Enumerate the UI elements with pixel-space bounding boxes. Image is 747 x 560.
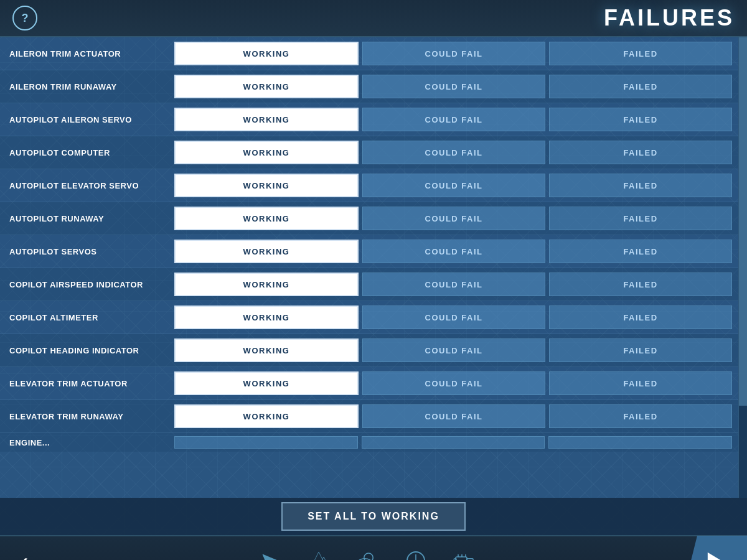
- table-row: ELEVATOR TRIM RUNAWAYWORKINGCOULD FAILFA…: [0, 400, 738, 433]
- failure-button-group: WORKINGCOULD FAILFAILED: [174, 108, 732, 131]
- failure-button-group: WORKINGCOULD FAILFAILED: [174, 207, 732, 230]
- svg-rect-10: [456, 557, 467, 560]
- failure-name: COPILOT AIRSPEED INDICATOR: [9, 280, 174, 289]
- nav-terrain-button[interactable]: [304, 546, 334, 560]
- failed-button[interactable]: FAILED: [549, 207, 732, 230]
- failure-name-partial: ENGINE...: [9, 438, 174, 447]
- could-fail-button[interactable]: COULD FAIL: [362, 240, 545, 263]
- table-row-partial: ENGINE...: [0, 433, 738, 452]
- table-row: COPILOT HEADING INDICATORWORKINGCOULD FA…: [0, 334, 738, 367]
- working-button[interactable]: WORKING: [174, 306, 359, 329]
- engine-icon: [452, 548, 477, 560]
- partial-button: [174, 436, 358, 449]
- failed-button[interactable]: FAILED: [549, 42, 732, 65]
- table-row: AUTOPILOT SERVOSWORKINGCOULD FAILFAILED: [0, 235, 738, 268]
- page-title: FAILURES: [604, 5, 735, 31]
- working-button[interactable]: WORKING: [174, 273, 359, 296]
- failure-name: COPILOT ALTIMETER: [9, 313, 174, 322]
- failure-name: AUTOPILOT RUNAWAY: [9, 214, 174, 223]
- partial-button-group: [174, 436, 732, 449]
- table-row: AILERON TRIM ACTUATORWORKINGCOULD FAILFA…: [0, 37, 738, 70]
- failure-name: ELEVATOR TRIM ACTUATOR: [9, 379, 174, 388]
- table-row: COPILOT AIRSPEED INDICATORWORKINGCOULD F…: [0, 268, 738, 301]
- failure-button-group: WORKINGCOULD FAILFAILED: [174, 174, 732, 197]
- failed-button[interactable]: FAILED: [549, 306, 732, 329]
- working-button[interactable]: WORKING: [174, 42, 359, 65]
- failure-name: ELEVATOR TRIM RUNAWAY: [9, 412, 174, 421]
- bottom-navigation: ‹: [0, 535, 747, 560]
- could-fail-button[interactable]: COULD FAIL: [362, 371, 545, 395]
- nav-next-button[interactable]: [685, 536, 747, 560]
- weather-icon: [355, 548, 380, 560]
- could-fail-button[interactable]: COULD FAIL: [362, 174, 545, 197]
- help-label: ?: [22, 12, 29, 25]
- working-button[interactable]: WORKING: [174, 240, 359, 263]
- working-button[interactable]: WORKING: [174, 207, 359, 230]
- failed-button[interactable]: FAILED: [549, 108, 732, 131]
- working-button[interactable]: WORKING: [174, 404, 359, 428]
- could-fail-button[interactable]: COULD FAIL: [362, 75, 545, 98]
- could-fail-button[interactable]: COULD FAIL: [362, 273, 545, 296]
- table-row: COPILOT ALTIMETERWORKINGCOULD FAILFAILED: [0, 301, 738, 334]
- svg-marker-1: [319, 557, 329, 560]
- failure-name: AUTOPILOT SERVOS: [9, 247, 174, 256]
- table-row: AUTOPILOT ELEVATOR SERVOWORKINGCOULD FAI…: [0, 169, 738, 202]
- nav-systems-button[interactable]: [449, 546, 479, 560]
- working-button[interactable]: WORKING: [174, 108, 359, 131]
- could-fail-button[interactable]: COULD FAIL: [362, 338, 545, 362]
- nav-icon-group: [50, 546, 685, 560]
- scrollbar[interactable]: [738, 37, 747, 498]
- partial-button: [362, 436, 545, 449]
- could-fail-button[interactable]: COULD FAIL: [362, 207, 545, 230]
- table-row: AUTOPILOT COMPUTERWORKINGCOULD FAILFAILE…: [0, 136, 738, 169]
- header: ? FAILURES: [0, 0, 747, 37]
- working-button[interactable]: WORKING: [174, 75, 359, 98]
- table-row: AUTOPILOT AILERON SERVOWORKINGCOULD FAIL…: [0, 103, 738, 136]
- failed-button[interactable]: FAILED: [549, 240, 732, 263]
- failed-button[interactable]: FAILED: [549, 174, 732, 197]
- could-fail-button[interactable]: COULD FAIL: [362, 42, 545, 65]
- could-fail-button[interactable]: COULD FAIL: [362, 108, 545, 131]
- back-icon: ‹: [22, 550, 28, 560]
- failure-name: AILERON TRIM RUNAWAY: [9, 82, 174, 91]
- back-button[interactable]: ‹: [0, 536, 50, 560]
- clock-icon: [403, 548, 428, 560]
- failed-button[interactable]: FAILED: [549, 338, 732, 362]
- nav-airplane-button[interactable]: [255, 546, 285, 560]
- failure-button-group: WORKINGCOULD FAILFAILED: [174, 404, 732, 428]
- set-all-working-button[interactable]: SET ALL TO WORKING: [281, 502, 466, 531]
- failed-button[interactable]: FAILED: [549, 141, 732, 164]
- bottom-action-bar: SET ALL TO WORKING: [0, 498, 747, 535]
- could-fail-button[interactable]: COULD FAIL: [362, 141, 545, 164]
- help-button[interactable]: ?: [12, 6, 37, 30]
- next-icon: [702, 547, 730, 560]
- could-fail-button[interactable]: COULD FAIL: [362, 306, 545, 329]
- nav-time-button[interactable]: [401, 546, 431, 560]
- working-button[interactable]: WORKING: [174, 371, 359, 395]
- failure-list: AILERON TRIM ACTUATORWORKINGCOULD FAILFA…: [0, 37, 747, 498]
- working-button[interactable]: WORKING: [174, 174, 359, 197]
- nav-weather-button[interactable]: [352, 546, 382, 560]
- table-row: ELEVATOR TRIM ACTUATORWORKINGCOULD FAILF…: [0, 367, 738, 400]
- airplane-icon: [258, 548, 283, 560]
- scrollbar-thumb: [739, 37, 747, 406]
- failure-button-group: WORKINGCOULD FAILFAILED: [174, 75, 732, 98]
- failed-button[interactable]: FAILED: [549, 371, 732, 395]
- failure-button-group: WORKINGCOULD FAILFAILED: [174, 240, 732, 263]
- failed-button[interactable]: FAILED: [549, 75, 732, 98]
- failure-name: COPILOT HEADING INDICATOR: [9, 346, 174, 355]
- mountain-icon: [306, 548, 331, 560]
- failure-name: AUTOPILOT ELEVATOR SERVO: [9, 181, 174, 190]
- table-row: AILERON TRIM RUNAWAYWORKINGCOULD FAILFAI…: [0, 70, 738, 103]
- working-button[interactable]: WORKING: [174, 141, 359, 164]
- failure-name: AUTOPILOT AILERON SERVO: [9, 115, 174, 124]
- failure-button-group: WORKINGCOULD FAILFAILED: [174, 42, 732, 65]
- failure-button-group: WORKINGCOULD FAILFAILED: [174, 273, 732, 296]
- working-button[interactable]: WORKING: [174, 338, 359, 362]
- failure-button-group: WORKINGCOULD FAILFAILED: [174, 338, 732, 362]
- table-row: AUTOPILOT RUNAWAYWORKINGCOULD FAILFAILED: [0, 202, 738, 235]
- failed-button[interactable]: FAILED: [549, 273, 732, 296]
- failure-button-group: WORKINGCOULD FAILFAILED: [174, 306, 732, 329]
- could-fail-button[interactable]: COULD FAIL: [362, 404, 545, 428]
- failed-button[interactable]: FAILED: [549, 404, 732, 428]
